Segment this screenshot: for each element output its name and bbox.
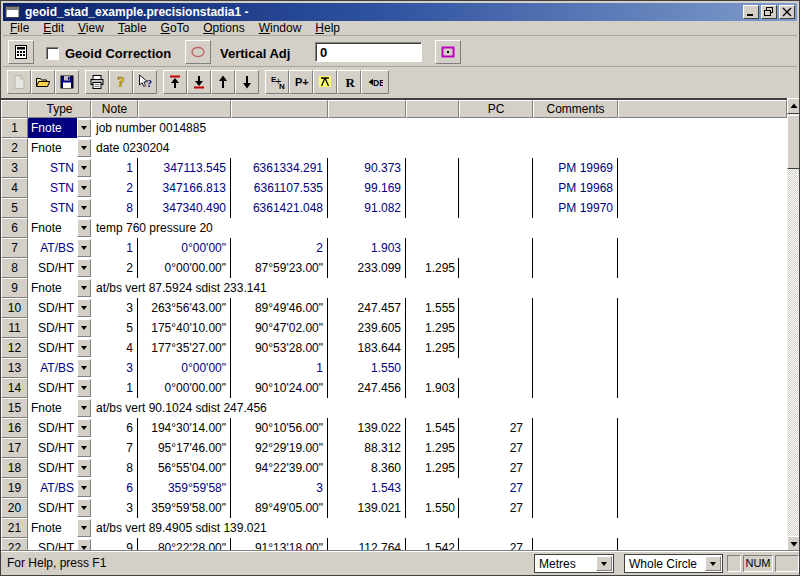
save-button[interactable] [55,70,79,94]
data-cell[interactable]: 1 [91,378,138,398]
column-header-corner[interactable] [1,100,28,118]
goto-bottom-button[interactable] [187,70,211,94]
data-cell[interactable]: 90°47'02.00" [231,318,328,338]
data-cell[interactable]: 1.295 [406,438,459,458]
data-cell[interactable]: 27 [459,438,533,458]
screen-button[interactable] [435,40,461,64]
row-header-4[interactable]: 4 [1,178,28,198]
close-button[interactable] [779,5,795,19]
data-cell[interactable]: 87°59'23.00" [231,258,328,278]
type-dropdown-button[interactable] [77,219,91,237]
data-cell[interactable]: PM 19970 [533,198,618,218]
point-plus-button[interactable]: P+ [289,70,313,94]
geoid-correction-checkbox[interactable] [46,47,59,60]
data-cell[interactable]: 27 [459,498,533,518]
type-cell[interactable]: Fnote [28,518,77,538]
note-text-cell[interactable]: at/bs vert 87.5924 sdist 233.141 [91,278,781,298]
type-dropdown-button[interactable] [77,179,91,197]
calculator-button[interactable] [8,40,34,64]
row-header-2[interactable]: 2 [1,138,28,158]
column-header-col-b[interactable] [231,100,328,118]
restore-button[interactable] [761,5,777,19]
data-cell[interactable]: 94°22'39.00" [231,458,328,478]
data-cell[interactable]: 139.021 [328,498,406,518]
type-dropdown-button[interactable] [77,519,91,537]
data-cell[interactable]: 2 [91,178,138,198]
data-cell[interactable] [406,158,459,178]
type-cell[interactable]: AT/BS [28,238,77,258]
context-help-button[interactable]: ? [133,70,157,94]
data-cell[interactable] [459,198,533,218]
data-cell[interactable]: 1.550 [328,358,406,378]
type-dropdown-button[interactable] [77,319,91,337]
data-cell[interactable] [459,318,533,338]
type-cell[interactable]: SD/HT [28,298,77,318]
data-cell[interactable]: 1.903 [406,378,459,398]
menu-goto[interactable]: GoTo [154,21,197,35]
data-cell[interactable]: 89°49'46.00" [231,298,328,318]
note-text-cell[interactable]: job number 0014885 [91,118,781,138]
data-cell[interactable]: 194°30'14.00" [138,418,231,438]
type-cell[interactable]: STN [28,158,77,178]
column-header-note[interactable]: Note [91,100,138,118]
type-cell[interactable]: Fnote [28,278,77,298]
data-cell[interactable]: 90°10'24.00" [231,378,328,398]
menu-options[interactable]: Options [196,21,251,35]
data-cell[interactable]: 1.295 [406,318,459,338]
minimize-button[interactable] [743,5,759,19]
row-header-6[interactable]: 6 [1,218,28,238]
data-cell[interactable]: 92°29'19.00" [231,438,328,458]
data-cell[interactable]: 90.373 [328,158,406,178]
menu-window[interactable]: Window [252,21,309,35]
r-button[interactable]: R [337,70,361,94]
data-cell[interactable]: 263°56'43.00" [138,298,231,318]
data-cell[interactable] [533,358,618,378]
data-cell[interactable]: 359°59'58.00" [138,498,231,518]
type-dropdown-button[interactable] [77,379,91,397]
type-dropdown-button[interactable] [77,479,91,497]
menu-help[interactable]: Help [308,21,347,35]
data-cell[interactable] [406,238,459,258]
data-cell[interactable] [406,358,459,378]
data-cell[interactable] [533,298,618,318]
type-dropdown-button[interactable] [77,239,91,257]
data-cell[interactable]: 89°49'05.00" [231,498,328,518]
type-cell[interactable]: STN [28,198,77,218]
type-cell[interactable]: SD/HT [28,258,77,278]
from-database-button[interactable]: DB [361,70,389,94]
type-cell[interactable]: STN [28,178,77,198]
row-header-14[interactable]: 14 [1,378,28,398]
circle-dropdown-icon[interactable] [705,556,721,571]
data-cell[interactable]: PM 19969 [533,158,618,178]
vertical-adj-input[interactable] [315,42,422,62]
data-cell[interactable]: 91.082 [328,198,406,218]
column-header-col-d[interactable] [406,100,459,118]
data-cell[interactable]: 88.312 [328,438,406,458]
circle-combobox[interactable]: Whole Circle [624,554,723,573]
data-cell[interactable]: 139.022 [328,418,406,438]
type-dropdown-button[interactable] [77,459,91,477]
station-button[interactable] [313,70,337,94]
data-cell[interactable]: 99.169 [328,178,406,198]
type-dropdown-button[interactable] [77,499,91,517]
data-cell[interactable]: 177°35'27.00" [138,338,231,358]
data-cell[interactable]: 6 [91,478,138,498]
move-up-button[interactable] [211,70,235,94]
row-header-12[interactable]: 12 [1,338,28,358]
data-cell[interactable] [533,318,618,338]
scroll-thumb[interactable] [787,115,800,169]
data-cell[interactable]: 0°00'00.00" [138,258,231,278]
data-cell[interactable]: 5 [91,318,138,338]
data-cell[interactable] [459,158,533,178]
data-cell[interactable]: 90°53'28.00" [231,338,328,358]
data-cell[interactable] [459,238,533,258]
data-cell[interactable]: 3 [231,478,328,498]
data-cell[interactable] [533,378,618,398]
open-button[interactable] [31,70,55,94]
note-text-cell[interactable]: at/bs vert 90.1024 sdist 247.456 [91,398,781,418]
row-header-13[interactable]: 13 [1,358,28,378]
data-cell[interactable]: PM 19968 [533,178,618,198]
type-dropdown-button[interactable] [77,399,91,417]
goto-top-button[interactable] [163,70,187,94]
type-cell[interactable]: SD/HT [28,378,77,398]
